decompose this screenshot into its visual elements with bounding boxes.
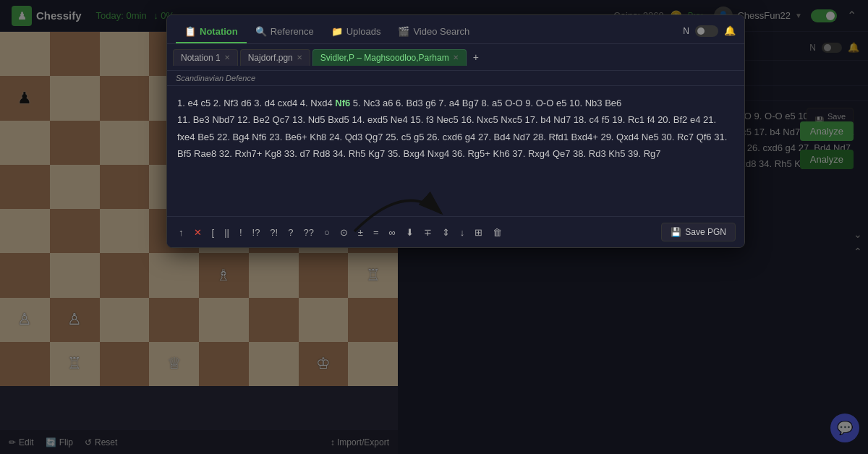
modal-upload-icon: 📁 (331, 26, 343, 37)
modal-save-pgn-button[interactable]: 💾 Save PGN (661, 223, 736, 241)
toolbar-question-exclaim-button[interactable]: ?! (267, 226, 281, 239)
toolbar-trash-button[interactable]: 🗑 (490, 226, 505, 239)
modal-search-icon: 🔍 (255, 26, 267, 37)
toolbar-exclaim-button[interactable]: ! (237, 226, 245, 239)
modal-opening-label: Scandinavian Defence (167, 71, 744, 86)
modal-close-ntab2[interactable]: ✕ (297, 53, 302, 61)
modal-tabs: 📋 Notation 🔍 Reference 📁 Uploads 🎬 Video… (167, 15, 744, 44)
modal-ntab-najdorf[interactable]: Najdorf.pgn ✕ (240, 49, 310, 66)
toolbar-down-arrow-box-button[interactable]: ⬇ (403, 226, 417, 239)
toolbar-bracket1-button[interactable]: [ (209, 226, 218, 239)
toolbar-down-arrow2-button[interactable]: ↓ (457, 226, 468, 239)
toolbar-delete-button[interactable]: ✕ (191, 226, 205, 239)
toolbar-plusminus-pm-button[interactable]: ∓ (421, 226, 435, 239)
modal-ntab-svidler[interactable]: Svidler,P – Maghsoodloo,Parham ✕ (312, 49, 467, 66)
modal-close-ntab1[interactable]: ✕ (224, 53, 230, 61)
modal-toolbar: ↑ ✕ [ || ! !? ?! ? ?? ○ ⊙ ± = ∞ ⬇ ∓ ⇕ ↓ … (167, 216, 744, 247)
modal-video-icon: 🎬 (398, 26, 409, 37)
modal-tab-uploads[interactable]: 📁 Uploads (323, 21, 390, 43)
toolbar-bracket2-button[interactable]: || (221, 226, 232, 239)
modal-save-icon: 💾 (671, 227, 681, 237)
toolbar-interrobang-button[interactable]: !? (250, 226, 263, 239)
modal-ntab-notation1[interactable]: Notation 1 ✕ (173, 49, 238, 66)
modal-tab-notation[interactable]: 📋 Notation (176, 21, 247, 43)
toolbar-updown-button[interactable]: ⇕ (439, 226, 453, 239)
toolbar-equals-button[interactable]: = (370, 226, 382, 239)
toolbar-question-button[interactable]: ? (285, 226, 296, 239)
modal-close-ntab3[interactable]: ✕ (453, 53, 459, 61)
modal-tab-video[interactable]: 🎬 Video Search (389, 21, 478, 43)
modal-tab-reference[interactable]: 🔍 Reference (247, 21, 323, 43)
modal-overlay: 📋 Notation 🔍 Reference 📁 Uploads 🎬 Video… (0, 0, 868, 454)
modal-tab-right: N 🔔 (683, 25, 736, 40)
toolbar-circle-dot-button[interactable]: ⊙ (337, 226, 351, 239)
toolbar-double-question-button[interactable]: ?? (300, 226, 316, 239)
toolbar-circle-empty-button[interactable]: ○ (321, 226, 333, 239)
notation-modal: 📋 Notation 🔍 Reference 📁 Uploads 🎬 Video… (166, 14, 745, 248)
modal-notation-toggle[interactable] (695, 25, 718, 37)
toolbar-infinity-button[interactable]: ∞ (386, 226, 399, 239)
modal-ntabs-row: Notation 1 ✕ Najdorf.pgn ✕ Svidler,P – M… (167, 44, 744, 71)
modal-add-tab-button[interactable]: + (469, 48, 483, 66)
modal-bell-icon: 🔔 (724, 25, 736, 36)
modal-notation-body: 1. e4 c5 2. Nf3 d6 3. d4 cxd4 4. Nxd4 Nf… (167, 86, 744, 216)
modal-notation-icon: 📋 (184, 26, 196, 37)
toolbar-plusminus-button[interactable]: ± (355, 226, 366, 239)
toolbar-up-button[interactable]: ↑ (176, 226, 187, 239)
toolbar-boxes-button[interactable]: ⊞ (472, 226, 485, 239)
